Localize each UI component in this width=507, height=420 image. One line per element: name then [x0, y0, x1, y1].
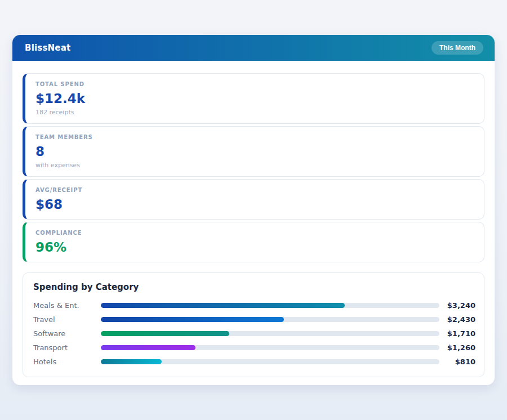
stat-subtext: 182 receipts	[35, 109, 474, 117]
stat-label: AVG/RECEIPT	[35, 187, 474, 194]
bar-track	[101, 331, 439, 336]
stat-card-total-spend: TOTAL SPEND $12.4k 182 receipts	[23, 73, 484, 124]
stat-card-compliance: COMPLIANCE 96%	[23, 222, 484, 262]
dashboard-content: TOTAL SPEND $12.4k 182 receipts TEAM MEM…	[12, 61, 495, 385]
period-badge[interactable]: This Month	[432, 41, 483, 55]
category-label: Meals & Ent.	[33, 301, 101, 310]
bar-track	[101, 303, 439, 308]
chart-row-travel: Travel $2,430	[33, 312, 475, 327]
bar-track	[101, 359, 439, 364]
bar-track	[101, 317, 439, 322]
chart-row-meals: Meals & Ent. $3,240	[33, 298, 475, 312]
bar-fill	[101, 331, 229, 336]
stat-card-avg-receipt: AVG/RECEIPT $68	[23, 179, 484, 220]
chart-row-software: Software $1,710	[33, 327, 475, 341]
stat-value: 96%	[35, 240, 474, 255]
stat-card-team-members: TEAM MEMBERS 8 with expenses	[23, 126, 484, 177]
category-value: $1,710	[439, 329, 475, 338]
stat-label: TOTAL SPEND	[35, 81, 474, 88]
chart-row-transport: Transport $1,260	[33, 341, 475, 355]
app-header: BlissNeat This Month	[12, 35, 495, 61]
category-label: Software	[33, 329, 101, 338]
category-label: Hotels	[33, 358, 101, 366]
category-value: $3,240	[439, 301, 475, 310]
bar-fill	[101, 317, 284, 322]
stat-value: $68	[35, 197, 474, 212]
stat-label: TEAM MEMBERS	[35, 134, 474, 141]
stat-subtext: with expenses	[35, 162, 474, 169]
category-label: Transport	[33, 343, 101, 352]
bar-fill	[101, 345, 195, 350]
dashboard-panel: BlissNeat This Month TOTAL SPEND $12.4k …	[12, 35, 495, 385]
bar-track	[101, 345, 439, 350]
bar-fill	[101, 303, 345, 308]
chart-row-hotels: Hotels $810	[33, 355, 475, 369]
stat-value: 8	[35, 144, 474, 159]
stat-value: $12.4k	[35, 91, 474, 106]
category-value: $810	[439, 358, 475, 366]
category-label: Travel	[33, 315, 101, 324]
bar-fill	[101, 359, 162, 364]
category-value: $1,260	[439, 343, 475, 352]
category-value: $2,430	[439, 315, 475, 324]
spending-by-category-chart: Spending by Category Meals & Ent. $3,240…	[23, 272, 484, 377]
stat-label: COMPLIANCE	[35, 230, 474, 236]
chart-title: Spending by Category	[33, 282, 475, 292]
app-title: BlissNeat	[25, 43, 70, 53]
